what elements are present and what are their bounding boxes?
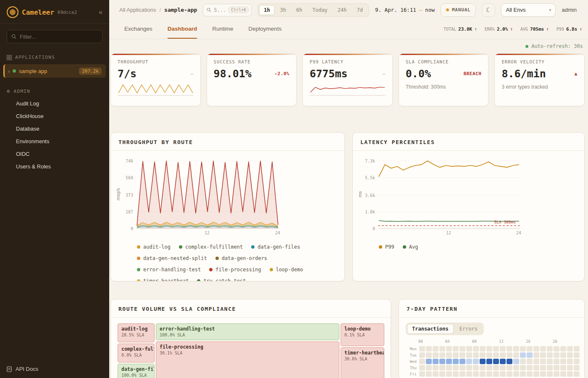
range-6h[interactable]: 6h bbox=[291, 5, 307, 15]
treemap-box[interactable]: audit-log28.5% SLA bbox=[118, 323, 155, 342]
legend-item[interactable]: Avg bbox=[403, 244, 418, 250]
range-1h[interactable]: 1h bbox=[259, 5, 274, 15]
sidebar-item-audit-log[interactable]: Audit Log bbox=[0, 97, 109, 110]
heatmap-cell bbox=[507, 346, 512, 352]
kpi-accent-strip bbox=[399, 54, 488, 55]
sidebar-item-sample-app[interactable]: › sample app 207.2k bbox=[3, 64, 106, 78]
sidebar-header: Cameleer 69dcce2 « bbox=[0, 0, 109, 24]
heatmap-cell bbox=[560, 346, 566, 352]
legend-item[interactable]: audit-log bbox=[137, 244, 171, 250]
legend-item[interactable]: timer-heartbeat bbox=[137, 278, 189, 281]
treemap-box[interactable]: loop-demo0.1% SLA bbox=[341, 323, 384, 346]
heatmap-cell bbox=[567, 359, 573, 364]
legend-item[interactable]: complex-fulfillment bbox=[179, 244, 243, 250]
global-search-button[interactable]: S... Ctrl+K bbox=[203, 4, 252, 16]
treemap-box[interactable]: complex-fulfil...0.0% SLA bbox=[118, 344, 155, 362]
collapse-sidebar-button[interactable]: « bbox=[99, 8, 102, 16]
sidebar-item-users-roles[interactable]: Users & Roles bbox=[0, 160, 109, 173]
range-today[interactable]: Today bbox=[308, 5, 332, 15]
legend-item[interactable]: data-gen-files bbox=[251, 244, 300, 250]
legend-item[interactable]: error-handling-test bbox=[137, 267, 201, 273]
dark-mode-toggle[interactable]: ☾ bbox=[482, 3, 495, 17]
heatmap-cell bbox=[473, 371, 479, 377]
legend-item[interactable]: data-gen-orders bbox=[215, 255, 267, 261]
range-3h[interactable]: 3h bbox=[276, 5, 291, 15]
heatmap-cell bbox=[426, 346, 432, 352]
up-arrow-icon: ↑ bbox=[546, 26, 549, 32]
legend-item[interactable]: P99 bbox=[379, 244, 394, 250]
heatmap-cell bbox=[547, 365, 553, 370]
environment-select[interactable]: All Envs ▾ bbox=[501, 3, 556, 17]
legend-item[interactable]: try-catch-test bbox=[197, 278, 246, 281]
api-docs-link[interactable]: API Docs bbox=[7, 366, 38, 372]
manual-refresh-button[interactable]: MANUAL bbox=[441, 3, 476, 17]
treemap-box[interactable]: data-gen-files100.0% SLA bbox=[118, 364, 155, 378]
heatmap-cell bbox=[547, 352, 553, 358]
heatmap-cell bbox=[453, 365, 459, 370]
app-version: 69dcce2 bbox=[58, 10, 77, 15]
tab-exchanges[interactable]: Exchanges bbox=[124, 20, 152, 39]
legend-dot bbox=[137, 279, 140, 281]
axis-tick: 746 bbox=[126, 159, 133, 163]
heatmap-cell bbox=[493, 352, 499, 358]
legend-item[interactable]: data-gen-nested-split bbox=[137, 255, 207, 261]
tab-dashboard[interactable]: Dashboard bbox=[168, 20, 197, 39]
range-7d[interactable]: 7d bbox=[352, 5, 368, 15]
heatmap-cell bbox=[540, 365, 546, 370]
heatmap-day-label: Tue bbox=[406, 353, 417, 357]
range-24h[interactable]: 24h bbox=[333, 5, 352, 15]
heatmap-cell bbox=[486, 352, 492, 358]
heatmap-cell bbox=[500, 371, 506, 377]
legend-item[interactable]: loop-demo bbox=[270, 267, 303, 273]
sla-treemap: audit-log28.5% SLAerror-handling-test100… bbox=[118, 323, 384, 378]
y-axis-label: ms bbox=[357, 159, 363, 229]
tab-runtime[interactable]: Runtime bbox=[212, 20, 233, 39]
kpi-delta: – bbox=[190, 71, 193, 77]
user-menu[interactable]: admin bbox=[562, 7, 576, 13]
tabs-bar: Exchanges Dashboard Runtime Deployments … bbox=[109, 20, 588, 39]
sidebar-item-database[interactable]: Database bbox=[0, 123, 109, 135]
app-name: Cameleer bbox=[22, 8, 54, 16]
heatmap-cell bbox=[554, 371, 559, 377]
toggle-errors[interactable]: Errors bbox=[454, 324, 483, 334]
tab-deployments[interactable]: Deployments bbox=[249, 20, 282, 39]
latency-line-chart: SLA 300ms bbox=[378, 159, 520, 229]
throughput-area-chart bbox=[136, 159, 279, 229]
axis-tick: 1.8k bbox=[365, 210, 375, 214]
sidebar-item-environments[interactable]: Environments bbox=[0, 135, 109, 148]
axis-tick: 12 bbox=[446, 231, 451, 235]
heatmap-hour-label: 20 bbox=[553, 339, 557, 344]
x-axis-ticks: 1224 bbox=[136, 231, 279, 237]
treemap-box[interactable]: file-processing30.1% SLA bbox=[156, 341, 339, 378]
breadcrumb-current-app: sample-app bbox=[164, 7, 197, 13]
up-arrow-icon: ↑ bbox=[510, 26, 513, 32]
heatmap-cell bbox=[459, 352, 465, 358]
heatmap-cell bbox=[446, 359, 452, 364]
axis-tick: 560 bbox=[126, 176, 133, 180]
treemap-box[interactable]: timer-heartbeat30.6% SLA bbox=[341, 347, 384, 378]
filter-input[interactable]: Filter... bbox=[7, 30, 102, 43]
sidebar-item-oidc[interactable]: OIDC bbox=[0, 148, 109, 160]
sidebar-item-clickhouse[interactable]: ClickHouse bbox=[0, 110, 109, 123]
legend-item[interactable]: file-processing bbox=[209, 267, 261, 273]
heatmap-cell bbox=[513, 365, 519, 370]
heatmap-cell bbox=[486, 359, 492, 364]
heatmap-cell bbox=[567, 352, 573, 358]
kpi-value: 6775ms bbox=[310, 68, 347, 80]
heatmap-cell bbox=[507, 365, 512, 370]
heatmap-cell bbox=[419, 346, 425, 352]
breadcrumb-all-applications[interactable]: All Applications bbox=[119, 7, 156, 13]
y-axis-ticks: 01.8k3.6k5.5k7.3k bbox=[363, 159, 378, 229]
toggle-transactions[interactable]: Transactions bbox=[407, 324, 454, 334]
date-range-display[interactable]: 9. Apr. 16:11 — now bbox=[375, 7, 435, 13]
route-volume-sla-card: ROUTE VOLUME VS SLA COMPLIANCE audit-log… bbox=[110, 299, 391, 378]
kpi-row: THROUGHPUT 7/s – SUCCESS RATE 98.01% -2.… bbox=[110, 53, 585, 106]
kpi-accent-strip bbox=[111, 54, 200, 55]
treemap-box[interactable]: error-handling-test100.0% SLA bbox=[156, 323, 339, 340]
heatmap-cell bbox=[453, 352, 459, 358]
axis-tick: 7.3k bbox=[365, 159, 375, 163]
heatmap-cell bbox=[540, 359, 546, 364]
kpi-error-velocity: ERROR VELOCITY 8.6/min ▲ 3 error types t… bbox=[494, 53, 585, 106]
chart-legend: P99Avg bbox=[353, 237, 584, 250]
kpi-delta: -2.0% bbox=[275, 71, 290, 76]
